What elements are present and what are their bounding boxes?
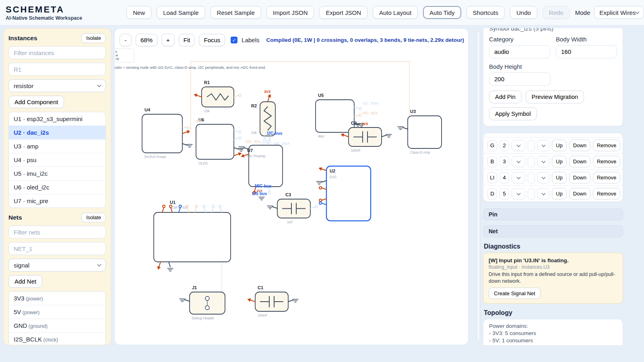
instance-item-u5[interactable]: U5 · imu_i2c — [9, 167, 105, 180]
instance-item-u6[interactable]: U6 · oled_i2c — [9, 180, 105, 194]
pin-name-input[interactable] — [487, 188, 497, 200]
toolbar-button-undo[interactable]: Undo — [510, 6, 537, 19]
pin-number-input[interactable] — [500, 188, 509, 200]
pin-name-input[interactable] — [487, 172, 497, 183]
pin-extra-input[interactable] — [528, 188, 535, 200]
svg-text:I2S bus: I2S bus — [252, 191, 267, 196]
focus-button[interactable]: Focus — [199, 34, 225, 46]
instance-item-u4[interactable]: U4 · psu — [9, 153, 105, 167]
apply-symbol-button[interactable]: Apply Symbol — [489, 107, 537, 120]
pin-side-select[interactable] — [537, 172, 549, 183]
instance-item-u7[interactable]: U7 · mic_pre — [9, 194, 105, 208]
net-filter-input[interactable] — [8, 226, 106, 239]
pin-up-button[interactable]: Up — [552, 188, 567, 200]
pin-number-input[interactable] — [500, 140, 509, 151]
add-pin-button[interactable]: Add Pin — [489, 90, 522, 103]
pin-up-button[interactable]: Up — [552, 140, 567, 151]
preview-migration-button[interactable]: Preview Migration — [526, 90, 584, 103]
fit-button[interactable]: Fit — [179, 34, 195, 46]
pin-remove-button[interactable]: Remove — [593, 172, 620, 183]
zoom-level-button[interactable]: 68% — [136, 34, 157, 46]
net-name-input[interactable] — [8, 242, 106, 255]
instance-type-select[interactable]: resistor — [8, 79, 106, 92]
component-U2[interactable]: U2DAC — [318, 166, 371, 221]
pin-name-input[interactable] — [487, 140, 497, 151]
toolbar-button-redo[interactable]: Redo — [543, 6, 570, 19]
component-U4[interactable]: U45V/3V3 Power — [142, 107, 190, 159]
nets-isolate-button[interactable]: Isolate — [81, 213, 106, 222]
pin-down-button[interactable]: Down — [569, 188, 590, 200]
component-C1[interactable]: C1100nF — [247, 285, 293, 317]
add-component-button[interactable]: Add Component — [8, 96, 64, 108]
pin-remove-button[interactable]: Remove — [593, 156, 620, 167]
net-item-gnd[interactable]: GND (ground) — [9, 319, 105, 332]
create-signal-net-button[interactable]: Create Signal Net — [489, 288, 541, 299]
component-R1[interactable]: R110k — [194, 80, 241, 113]
instance-filter-input[interactable] — [8, 46, 106, 59]
net-item-3v3[interactable]: 3V3 (power) — [9, 292, 105, 305]
component-C3[interactable]: C31uF — [272, 192, 318, 224]
labels-checkbox[interactable]: ✓ — [231, 37, 237, 43]
toolbar-button-shortcuts[interactable]: Shortcuts — [466, 6, 505, 19]
pin-type-select[interactable] — [512, 156, 525, 167]
component-U1[interactable]: U1ESP32-S3 — [154, 200, 231, 270]
zoom-out-button[interactable]: - — [120, 34, 132, 46]
pin-name-input[interactable] — [487, 156, 497, 167]
chevron-down-icon — [516, 159, 520, 163]
component-U6[interactable]: U6OLED — [196, 117, 242, 165]
category-input[interactable] — [489, 45, 550, 58]
section-pin[interactable]: Pin — [483, 208, 623, 220]
section-net[interactable]: Net — [483, 225, 623, 237]
net-type-select[interactable]: signal — [8, 259, 106, 272]
pin-side-select[interactable] — [537, 188, 549, 200]
pin-up-button[interactable]: Up — [552, 156, 567, 167]
toolbar-button-load-sample[interactable]: Load Sample — [157, 6, 205, 19]
toolbar-button-auto-tidy[interactable]: Auto Tidy — [423, 6, 461, 19]
right-panel-scrollbar[interactable] — [477, 31, 480, 342]
pin-type-select[interactable] — [512, 188, 525, 200]
toolbar-button-export-json[interactable]: Export JSON — [319, 6, 367, 19]
pin-extra-input[interactable] — [528, 156, 535, 167]
body-width-input[interactable] — [556, 45, 617, 58]
svg-text:5V/3V3 Power: 5V/3V3 Power — [144, 155, 167, 159]
schematic-svg[interactable]: kalogAudio + sensing node with I2S DAC, … — [115, 29, 468, 345]
body-height-input[interactable] — [489, 72, 551, 86]
pin-side-select[interactable] — [537, 156, 549, 167]
app-logo: SCHEMETA — [6, 4, 126, 15]
component-J1[interactable]: J1Debug Header — [185, 285, 225, 320]
pin-number-input[interactable] — [500, 172, 509, 183]
pin-type-select[interactable] — [512, 172, 525, 183]
zoom-in-button[interactable]: + — [161, 34, 175, 46]
instance-ref-input[interactable] — [8, 63, 106, 76]
pin-remove-button[interactable]: Remove — [593, 140, 620, 151]
mode-select[interactable]: Explicit Wires — [594, 6, 644, 19]
toolbar-button-new[interactable]: New — [126, 6, 151, 19]
component-U3[interactable]: U3Class-D Amp — [403, 109, 442, 154]
toolbar-button-import-json[interactable]: Import JSON — [266, 6, 314, 19]
instance-item-u1[interactable]: U1 · esp32_s3_supermini — [9, 112, 105, 125]
add-net-button[interactable]: Add Net — [8, 275, 42, 288]
net-item-5v[interactable]: 5V (power) — [9, 305, 105, 319]
pin-remove-button[interactable]: Remove — [593, 188, 620, 200]
svg-text:DAC: DAC — [330, 175, 337, 179]
schematic-canvas[interactable]: kalogAudio + sensing node with I2S DAC, … — [114, 28, 469, 345]
pin-side-select[interactable] — [537, 140, 549, 151]
pin-down-button[interactable]: Down — [569, 140, 590, 151]
toolbar-button-reset-sample[interactable]: Reset Sample — [211, 6, 261, 19]
pin-type-select[interactable] — [512, 140, 525, 151]
pin-down-button[interactable]: Down — [569, 172, 590, 183]
toolbar-button-auto-layout[interactable]: Auto Layout — [373, 6, 418, 19]
svg-text:100nF: 100nF — [258, 313, 267, 317]
header-toolbar: NewLoad SampleReset SampleImport JSONExp… — [126, 6, 570, 19]
canvas-toolbar: - 68% + Fit Focus ✓ Labels — [120, 34, 260, 46]
net-item-i2s-bclk[interactable]: I2S_BCLK (clock) — [9, 332, 105, 345]
pin-extra-input[interactable] — [528, 172, 535, 183]
pin-up-button[interactable]: Up — [552, 172, 567, 183]
pin-extra-input[interactable] — [528, 140, 535, 151]
instance-item-u2[interactable]: U2 · dac_i2s — [9, 125, 105, 139]
component-R2[interactable]: R210k — [251, 94, 275, 143]
pin-number-input[interactable] — [500, 156, 509, 167]
pin-down-button[interactable]: Down — [569, 156, 590, 167]
instance-item-u3[interactable]: U3 · amp — [9, 139, 105, 153]
instances-isolate-button[interactable]: Isolate — [81, 33, 106, 43]
